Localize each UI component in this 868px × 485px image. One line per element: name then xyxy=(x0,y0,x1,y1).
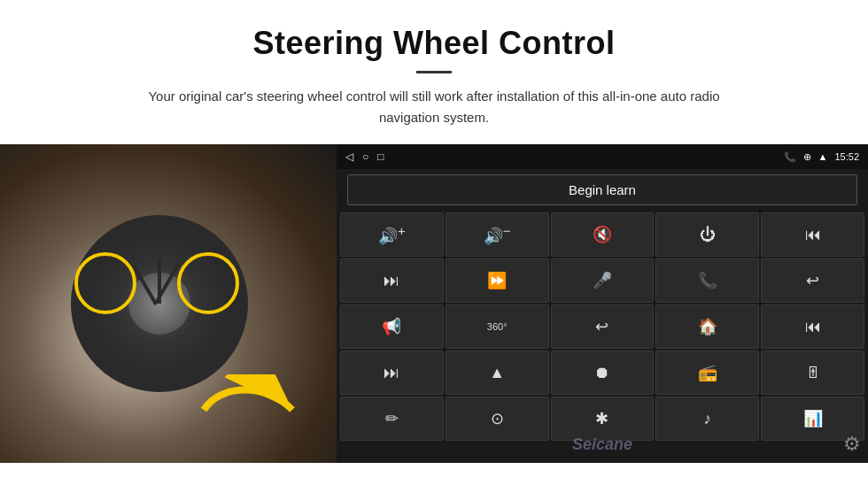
phone-status-icon: 📞 xyxy=(784,151,796,163)
header-section: Steering Wheel Control Your original car… xyxy=(0,0,868,144)
bluetooth-icon: ✱ xyxy=(595,409,608,428)
source-button[interactable]: ⏺ xyxy=(551,350,655,395)
call-button[interactable]: 📞 xyxy=(655,258,759,303)
horn-icon: 📢 xyxy=(382,317,401,336)
prev-skip-button[interactable]: ⏮ xyxy=(761,212,864,257)
mute-icon: 🔇 xyxy=(593,225,612,244)
prev-skip-icon: ⏮ xyxy=(805,226,821,244)
music-button[interactable]: ♪ xyxy=(655,396,759,441)
call-icon: 📞 xyxy=(698,271,717,290)
wifi-status-icon: ▲ xyxy=(818,151,828,162)
vol-down-button[interactable]: 🔊− xyxy=(446,212,549,257)
back-nav-icon[interactable]: ◁ xyxy=(345,150,353,163)
begin-learn-button[interactable]: Begin learn xyxy=(347,174,857,205)
bluetooth-button[interactable]: ✱ xyxy=(551,396,655,441)
android-screen: ◁ ○ □ 📞 ⊕ ▲ 15:52 Begin learn 🔊+ � xyxy=(337,144,868,463)
status-bar-right: 📞 ⊕ ▲ 15:52 xyxy=(784,151,859,163)
page-title: Steering Wheel Control xyxy=(53,25,815,62)
custom2-icon: ⊙ xyxy=(491,409,504,428)
mic-icon: 🎤 xyxy=(593,271,612,290)
power-icon: ⏻ xyxy=(700,226,716,244)
next-track-icon: ⏭ xyxy=(384,272,399,290)
custom1-button[interactable]: ✏ xyxy=(340,396,444,441)
vol-down-icon: 🔊− xyxy=(484,223,511,246)
begin-learn-bar: Begin learn xyxy=(337,169,868,211)
highlight-circle-left xyxy=(74,252,136,314)
settings-button[interactable]: ⚙ xyxy=(843,433,861,456)
equalizer-icon: 📊 xyxy=(803,409,823,428)
back-icon: ↩ xyxy=(595,317,608,336)
home-button[interactable]: 🏠 xyxy=(655,304,759,349)
radio-button[interactable]: 📻 xyxy=(655,350,759,395)
subtitle-text: Your original car's steering wheel contr… xyxy=(124,86,744,128)
source-icon: ⏺ xyxy=(594,364,610,382)
next-track-button[interactable]: ⏭ xyxy=(340,258,444,303)
status-bar-left: ◁ ○ □ xyxy=(345,150,384,163)
time-display: 15:52 xyxy=(834,151,859,162)
hang-up-icon: ↩ xyxy=(806,271,819,290)
fast-forward-button[interactable]: ⏩ xyxy=(446,258,549,303)
content-section: ◁ ○ □ 📞 ⊕ ▲ 15:52 Begin learn 🔊+ � xyxy=(0,144,868,463)
cam360-button[interactable]: 360° xyxy=(446,304,549,349)
status-bar: ◁ ○ □ 📞 ⊕ ▲ 15:52 xyxy=(337,144,868,169)
hang-up-button[interactable]: ↩ xyxy=(761,258,864,303)
steering-wheel-image xyxy=(0,144,337,463)
skip-next-icon: ⏭ xyxy=(384,364,399,382)
controls-grid: 🔊+ 🔊− 🔇 ⏻ ⏮ ⏭ ⏩ 🎤 📞 ↩ 📢 360° ↩ 🏠 ⏮ ⏭ xyxy=(337,211,868,443)
nav-button[interactable]: ▲ xyxy=(446,350,549,395)
eq-icon: 🎚 xyxy=(805,364,821,382)
mic-button[interactable]: 🎤 xyxy=(551,258,655,303)
custom1-icon: ✏ xyxy=(385,409,399,428)
eq-button[interactable]: 🎚 xyxy=(761,350,864,395)
vol-up-button[interactable]: 🔊+ xyxy=(340,212,444,257)
fast-forward-icon: ⏩ xyxy=(487,271,507,290)
cam360-icon: 360° xyxy=(487,321,508,332)
horn-button[interactable]: 📢 xyxy=(340,304,444,349)
page-container: Steering Wheel Control Your original car… xyxy=(0,0,868,463)
highlight-circle-right xyxy=(177,252,239,314)
title-divider xyxy=(416,71,452,73)
back-button[interactable]: ↩ xyxy=(551,304,655,349)
recents-nav-icon[interactable]: □ xyxy=(377,150,384,163)
skip-next-button[interactable]: ⏭ xyxy=(340,350,444,395)
gear-icon: ⚙ xyxy=(843,433,861,455)
prev-track-button[interactable]: ⏮ xyxy=(761,304,864,349)
arrow-container xyxy=(195,374,301,445)
home-nav-icon[interactable]: ○ xyxy=(362,150,368,163)
home-icon: 🏠 xyxy=(698,317,717,336)
custom2-button[interactable]: ⊙ xyxy=(446,396,549,441)
vol-up-icon: 🔊+ xyxy=(378,223,406,246)
power-button[interactable]: ⏻ xyxy=(655,212,759,257)
mute-button[interactable]: 🔇 xyxy=(551,212,655,257)
prev-track-icon: ⏮ xyxy=(805,318,821,336)
music-icon: ♪ xyxy=(703,410,711,428)
radio-icon: 📻 xyxy=(698,363,717,382)
nav-icon: ▲ xyxy=(489,364,505,382)
location-status-icon: ⊕ xyxy=(803,151,811,163)
yellow-arrow-icon xyxy=(195,374,301,445)
